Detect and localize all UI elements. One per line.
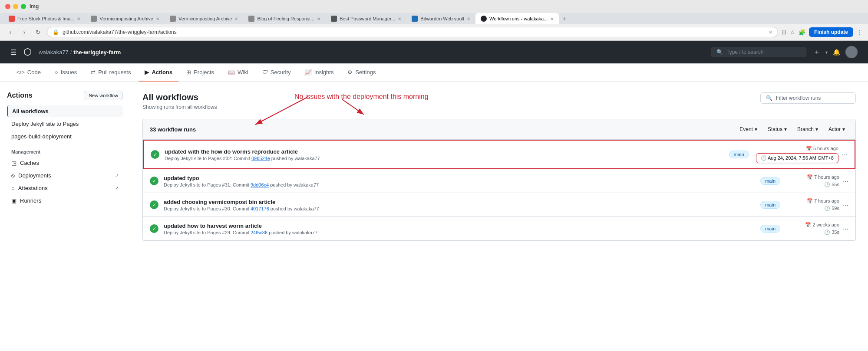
chevron-down-icon[interactable]: ▾	[825, 50, 828, 55]
tab-5[interactable]: Bitwarden Web vault ✕	[406, 13, 475, 24]
traffic-lights	[5, 4, 26, 9]
forward-button[interactable]: ›	[19, 27, 30, 37]
nav-actions[interactable]: ▶ Actions	[139, 64, 178, 82]
nav-wiki[interactable]: 📖 Wiki	[222, 64, 254, 82]
run-more-3[interactable]: ⋯	[843, 226, 848, 232]
github-logo[interactable]: ⬡	[23, 46, 32, 58]
caches-icon: ◳	[11, 160, 17, 166]
nav-insights[interactable]: 📈 Insights	[299, 64, 340, 82]
nav-projects[interactable]: ⊞ Projects	[180, 64, 220, 82]
tab-4[interactable]: Best Password Manager... ✕	[326, 13, 406, 24]
new-tab-button[interactable]: +	[559, 13, 569, 24]
run-duration-1: 🕐 55s	[824, 182, 839, 187]
back-button[interactable]: ‹	[5, 27, 16, 37]
nav-pullrequests[interactable]: ⇄ Pull requests	[85, 64, 137, 82]
tab-close-0[interactable]: ✕	[77, 16, 80, 21]
run-row-3[interactable]: ✓ updated how to harvest worm article De…	[143, 217, 855, 241]
sidebar-item-all-workflows[interactable]: All workflows	[7, 105, 123, 117]
run-commit-link-2[interactable]: 4017176	[251, 206, 269, 211]
security-icon: 🛡	[262, 69, 268, 75]
cast-icon: ⊡	[782, 29, 786, 36]
event-filter-label: Event	[739, 126, 753, 132]
lock-icon: 🔒	[53, 29, 59, 35]
filter-search-box[interactable]: 🔍 Filter workflow runs	[760, 92, 856, 104]
github-header: ☰ ⬡ walakaka77 / the-wriggley-farm 🔍 Typ…	[0, 41, 868, 64]
run-branch-3[interactable]: main	[760, 225, 780, 233]
event-filter-button[interactable]: Event ▾	[736, 125, 761, 134]
actor-filter-button[interactable]: Actor ▾	[825, 125, 848, 134]
tab-close-2[interactable]: ✕	[234, 16, 238, 21]
run-more-1[interactable]: ⋯	[843, 178, 848, 184]
run-time-2: 📅 7 hours ago 🕐 59s	[787, 198, 839, 211]
run-row-0[interactable]: ✓ updated with the how do worms reproduc…	[143, 140, 855, 169]
sidebar-item-deploy-jekyll[interactable]: Deploy Jekyll site to Pages	[7, 118, 123, 130]
tab-favicon-3	[248, 16, 254, 22]
tab-0[interactable]: Free Stock Photos & Ima... ✕	[3, 13, 86, 24]
sidebar-item-attestations[interactable]: ○ Attestations ↗	[7, 182, 123, 194]
run-commit-link-1[interactable]: 9dd06c4	[251, 182, 269, 187]
clock-icon-1: 🕐	[824, 182, 830, 187]
nav-settings[interactable]: ⚙ Settings	[341, 64, 382, 82]
run-meta-1: Deploy Jekyll site to Pages #31: Commit …	[164, 182, 753, 187]
nav-code[interactable]: </> Code	[10, 64, 47, 82]
run-meta-suffix-1: pushed by walakaka77	[270, 182, 319, 187]
minimize-button[interactable]	[13, 4, 18, 9]
tab-close-5[interactable]: ✕	[467, 16, 470, 21]
url-bar[interactable]: 🔒 github.com/walakaka77/the-wriggley-far…	[47, 27, 778, 37]
run-time-1: 📅 7 hours ago 🕐 55s	[787, 174, 839, 187]
runs-header: 33 workflow runs Event ▾ Status ▾ Branch…	[143, 119, 855, 140]
reload-button[interactable]: ↻	[33, 27, 43, 37]
status-chevron-icon: ▾	[784, 126, 787, 132]
runners-label: Runners	[20, 197, 41, 204]
run-time-row-2: 📅 7 hours ago	[807, 198, 839, 204]
nav-issues-label: Issues	[61, 69, 77, 75]
browser-name: img	[30, 3, 39, 10]
sidebar-item-pages-build[interactable]: pages-build-deployment	[7, 131, 123, 142]
plus-icon[interactable]: ＋	[813, 48, 820, 57]
search-box[interactable]: 🔍 Type / to search	[711, 47, 806, 57]
nav-projects-label: Projects	[194, 69, 214, 75]
tab-close-3[interactable]: ✕	[317, 16, 320, 21]
repo-name[interactable]: the-wriggley-farm	[73, 49, 121, 56]
nav-issues[interactable]: ○ Issues	[49, 64, 83, 82]
username[interactable]: walakaka77	[39, 49, 69, 56]
tab-1[interactable]: Vermicomposting Archive ✕	[86, 13, 165, 24]
deploy-jekyll-label: Deploy Jekyll site to Pages	[11, 121, 79, 127]
tab-favicon-5	[412, 16, 418, 22]
tab-6[interactable]: Workflow runs - walakaka... ✕	[475, 13, 559, 24]
sidebar-item-deployments[interactable]: ⎋ Deployments ↗	[7, 170, 123, 181]
tab-close-6[interactable]: ✕	[550, 16, 554, 21]
sidebar-item-runners[interactable]: ▣ Runners	[7, 195, 123, 207]
avatar[interactable]	[845, 46, 858, 58]
run-commit-link-3[interactable]: 24f5c36	[251, 230, 267, 235]
tab-2[interactable]: Vermicomposting Archive ✕	[165, 13, 244, 24]
status-filter-button[interactable]: Status ▾	[764, 125, 790, 134]
search-icon: 🔍	[766, 95, 772, 101]
branch-filter-button[interactable]: Branch ▾	[794, 125, 822, 134]
run-more-2[interactable]: ⋯	[843, 202, 848, 208]
tab-close-4[interactable]: ✕	[398, 16, 401, 21]
run-branch-2[interactable]: main	[760, 201, 780, 209]
run-row-2[interactable]: ✓ added choosing vermicompost bin articl…	[143, 193, 855, 217]
run-more-0[interactable]: ⋯	[842, 151, 848, 158]
bookmark-icon[interactable]: ☆	[790, 29, 795, 36]
sidebar-item-caches[interactable]: ◳ Caches	[7, 157, 123, 169]
run-time-0: 📅 5 hours ago 🕐 Aug 24, 2024, 7:56 AM GM…	[756, 146, 838, 163]
close-button[interactable]	[5, 4, 10, 9]
status-filter-label: Status	[768, 126, 782, 132]
run-commit-link-0[interactable]: 09b524e	[251, 156, 270, 161]
tab-3[interactable]: Blog of Feeling Responsi... ✕	[243, 13, 325, 24]
tab-close-1[interactable]: ✕	[156, 16, 159, 21]
run-branch-0[interactable]: main	[729, 151, 749, 158]
nav-security[interactable]: 🛡 Security	[256, 64, 297, 82]
finish-update-button[interactable]: Finish update	[809, 27, 853, 37]
run-branch-1[interactable]: main	[760, 177, 780, 185]
run-row-1[interactable]: ✓ updated typo Deploy Jekyll site to Pag…	[143, 169, 855, 193]
new-workflow-button[interactable]: New workflow	[84, 91, 123, 100]
notifications-icon[interactable]: 🔔	[833, 49, 840, 56]
maximize-button[interactable]	[21, 4, 26, 9]
tab-label-2: Vermicomposting Archive	[178, 16, 232, 21]
run-time-row-3: 📅 2 weeks ago	[805, 222, 839, 228]
more-options-icon[interactable]: ⋮	[857, 29, 863, 36]
hamburger-icon[interactable]: ☰	[10, 48, 17, 56]
